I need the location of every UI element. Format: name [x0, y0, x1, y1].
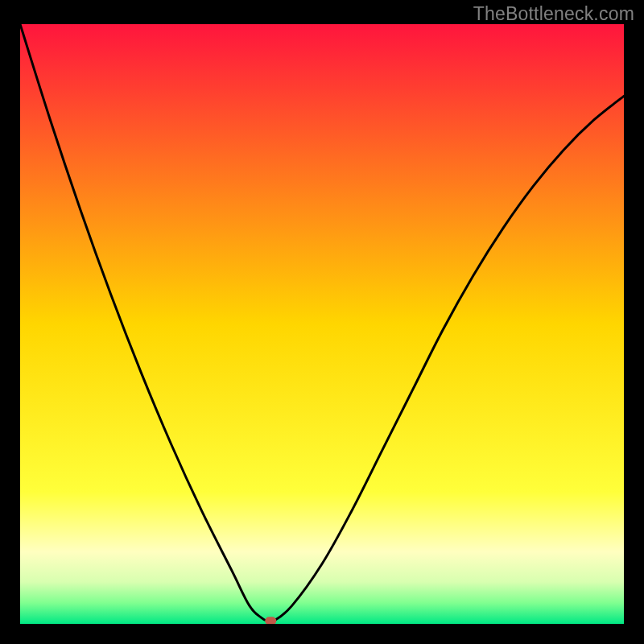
watermark-text: TheBottleneck.com [473, 3, 634, 25]
plot-area [20, 24, 624, 624]
min-marker [265, 617, 276, 624]
chart-frame: TheBottleneck.com [0, 0, 644, 644]
chart-background [20, 24, 624, 624]
chart-svg [20, 24, 624, 624]
